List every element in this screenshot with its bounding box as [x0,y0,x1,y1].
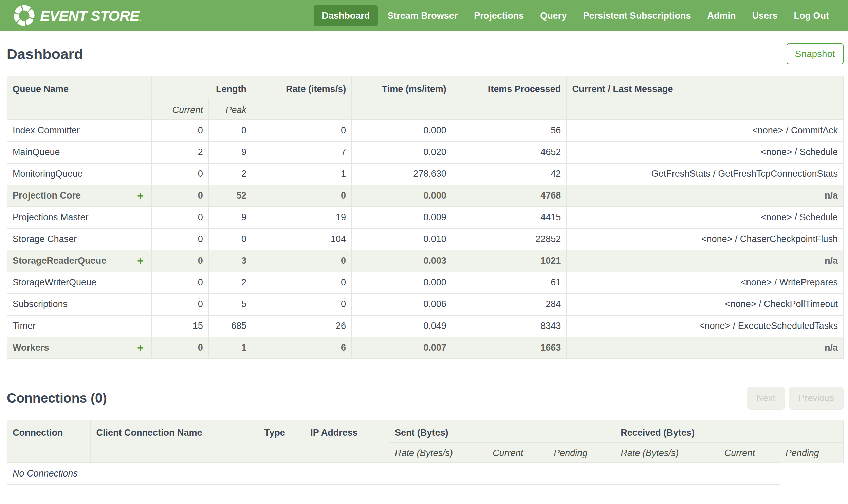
page-title: Dashboard [7,46,83,62]
col-received-current: Current [719,442,780,463]
length-peak-cell: 0 [209,229,252,250]
nav-item-log-out[interactable]: Log Out [787,5,836,26]
expand-plus-icon[interactable]: + [137,191,143,201]
nav-item-dashboard[interactable]: Dashboard [314,5,378,26]
items-processed-cell: 4652 [452,142,566,163]
previous-button[interactable]: Previous [789,387,844,410]
connections-table-body: No Connections [7,463,844,484]
rate-cell: 0 [252,185,351,207]
rate-cell: 0 [252,250,351,272]
length-peak-cell: 52 [209,185,252,207]
nav-item-persistent-subscriptions[interactable]: Persistent Subscriptions [576,5,698,26]
length-peak-cell: 685 [209,315,252,337]
table-row: StorageWriterQueue 0 2 0 0.000 61 <none>… [7,272,844,293]
queue-stats-table: Queue Name Length Rate (items/s) Time (m… [7,76,844,359]
time-cell: 0.000 [352,185,452,207]
time-cell: 0.020 [352,142,452,163]
expand-plus-icon[interactable]: + [137,255,143,266]
col-received-bytes: Received (Bytes) [615,420,844,442]
queue-name-cell: MonitoringQueue [7,163,152,185]
snapshot-button[interactable]: Snapshot [787,43,844,65]
queue-name-cell: Projection Core + [7,185,152,207]
length-peak-cell: 0 [209,120,252,142]
queue-name-cell: StorageReaderQueue + [7,250,152,272]
col-client-connection-name: Client Connection Name [91,420,259,463]
time-cell: 0.003 [352,250,452,272]
brand-mark: . [139,15,141,22]
length-current-cell: 15 [152,315,209,337]
rate-cell: 0 [252,272,351,293]
length-current-cell: 0 [152,207,209,229]
time-cell: 278.630 [352,163,452,185]
nav-item-projections[interactable]: Projections [467,5,530,26]
col-sent-bytes: Sent (Bytes) [390,420,615,442]
queue-name-cell: MainQueue [7,142,152,163]
message-cell: <none> / Schedule [566,142,844,163]
rate-cell: 6 [252,337,351,359]
rate-cell: 1 [252,163,351,185]
message-cell: GetFreshStats / GetFreshTcpConnectionSta… [566,163,844,185]
col-type: Type [259,420,305,463]
time-cell: 0.000 [352,120,452,142]
col-connection: Connection [7,420,91,463]
items-processed-cell: 42 [452,163,566,185]
length-peak-cell: 1 [209,337,252,359]
col-sent-pending: Pending [548,442,615,463]
length-current-cell: 0 [152,293,209,315]
connections-header: Connections (0) Next Previous [7,387,844,410]
nav-item-stream-browser[interactable]: Stream Browser [381,5,464,26]
col-length-current: Current [152,100,209,120]
length-current-cell: 2 [152,142,209,163]
nav-item-users[interactable]: Users [745,5,784,26]
message-cell: n/a [566,185,844,207]
table-row: Timer 15 685 26 0.049 8343 <none> / Exec… [7,315,844,337]
nav-menu: Dashboard Stream Browser Projections Que… [311,5,836,26]
connections-table: Connection Client Connection Name Type I… [7,420,844,485]
table-row: Index Committer 0 0 0 0.000 56 <none> / … [7,120,844,142]
items-processed-cell: 1663 [452,337,566,359]
col-ip-address: IP Address [305,420,390,463]
length-current-cell: 0 [152,272,209,293]
length-current-cell: 0 [152,250,209,272]
event-store-logo-icon [13,4,35,27]
brand[interactable]: EVENT STORE. [13,4,141,27]
next-button[interactable]: Next [747,387,785,410]
col-queue-name: Queue Name [7,76,152,120]
length-peak-cell: 9 [209,207,252,229]
items-processed-cell: 56 [452,120,566,142]
message-cell: <none> / WritePrepares [566,272,844,293]
length-peak-cell: 3 [209,250,252,272]
length-peak-cell: 2 [209,163,252,185]
table-row-group: Projection Core + 0 52 0 0.000 4768 n/a [7,185,844,207]
col-sent-rate: Rate (Bytes/s) [390,442,487,463]
expand-plus-icon[interactable]: + [137,342,143,353]
connections-table-header: Connection Client Connection Name Type I… [7,420,844,463]
rate-cell: 0 [252,293,351,315]
time-cell: 0.000 [352,272,452,293]
table-row-group: Workers + 0 1 6 0.007 1663 n/a [7,337,844,359]
length-peak-cell: 5 [209,293,252,315]
empty-cell [780,463,843,484]
items-processed-cell: 61 [452,272,566,293]
message-cell: n/a [566,250,844,272]
queue-name-cell: Timer [7,315,152,337]
queue-name-label: Workers [13,342,49,353]
queue-name-cell: Workers + [7,337,152,359]
brand-text: EVENT STORE. [40,7,141,24]
col-length: Length [152,76,252,100]
message-cell: <none> / ExecuteScheduledTasks [566,315,844,337]
items-processed-cell: 4415 [452,207,566,229]
top-navbar: EVENT STORE. Dashboard Stream Browser Pr… [0,0,848,31]
items-processed-cell: 284 [452,293,566,315]
table-row: Storage Chaser 0 0 104 0.010 22852 <none… [7,229,844,250]
message-cell: <none> / ChaserCheckpointFlush [566,229,844,250]
length-current-cell: 0 [152,120,209,142]
col-sent-current: Current [487,442,548,463]
main-content: Dashboard Snapshot Queue Name Length Rat… [0,43,848,485]
nav-item-admin[interactable]: Admin [700,5,742,26]
rate-cell: 7 [252,142,351,163]
col-time: Time (ms/item) [352,76,452,120]
rate-cell: 0 [252,120,351,142]
items-processed-cell: 4768 [452,185,566,207]
nav-item-query[interactable]: Query [533,5,573,26]
